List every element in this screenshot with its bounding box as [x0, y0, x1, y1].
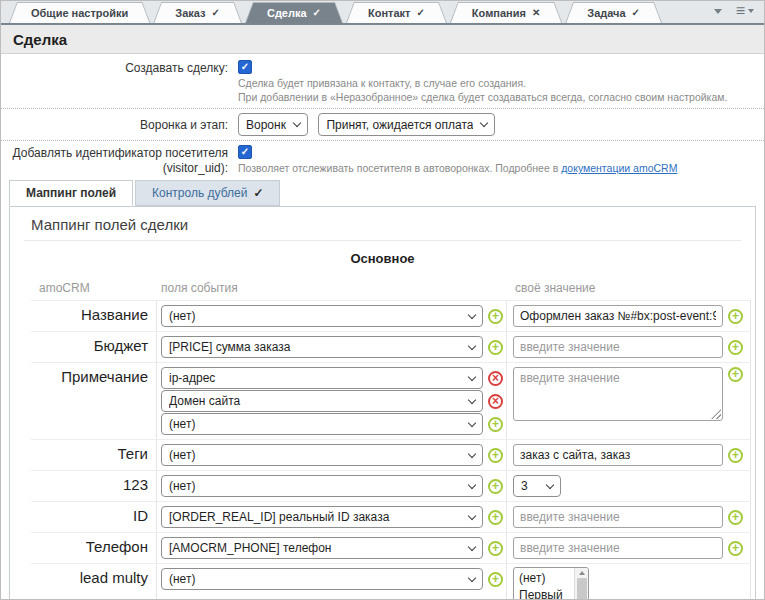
- funnel-stage-row: Воронка и этап: Воронка Принят, ожидаетс…: [1, 113, 764, 136]
- event-field-select[interactable]: (нет): [161, 444, 483, 466]
- tab-label: Компания: [472, 7, 526, 19]
- table-row: Телефон [AMOCRM_PHONE] телефон + +: [31, 532, 751, 563]
- chevron-down-icon: [468, 341, 476, 349]
- add-icon[interactable]: +: [728, 367, 743, 382]
- visitor-uid-checkbox[interactable]: ✓: [238, 145, 252, 159]
- check-icon: ✓: [253, 186, 263, 200]
- event-field-select[interactable]: [AMOCRM_PHONE] телефон: [161, 537, 483, 559]
- table-row: ID [ORDER_REAL_ID] реальный ID заказа + …: [31, 501, 751, 532]
- table-row: 123 (нет) + 3: [31, 470, 751, 501]
- custom-value-input[interactable]: [513, 506, 723, 528]
- custom-value-multiselect[interactable]: (нет) Первый Второй Третий: [513, 567, 589, 600]
- remove-icon[interactable]: ×: [488, 371, 503, 386]
- divider: [1, 140, 764, 141]
- event-field-select[interactable]: (нет): [161, 568, 483, 590]
- check-icon: ✓: [416, 7, 424, 18]
- tab-company[interactable]: Компания ✕: [450, 2, 562, 23]
- stage-select[interactable]: Принят, ожидается оплата: [318, 113, 495, 136]
- table-row: Название (нет) + +: [31, 300, 751, 331]
- mapping-table: amoCRM поля события своё значение Назван…: [31, 276, 751, 600]
- check-icon: ✓: [313, 7, 321, 18]
- field-name-label: ID: [31, 502, 157, 532]
- tab-duplicate-control[interactable]: Контроль дублей ✓: [135, 180, 280, 206]
- check-icon: ✓: [632, 7, 640, 18]
- column-header-custom-value: своё значение: [507, 276, 751, 300]
- column-header-amocrm: amoCRM: [31, 276, 157, 300]
- tab-label: Сделка: [267, 7, 307, 19]
- visitor-uid-label: Добавлять идентификатор посетителя (visi…: [1, 145, 238, 176]
- custom-value-textarea[interactable]: [513, 367, 723, 421]
- event-field-select[interactable]: (нет): [161, 413, 483, 435]
- funnel-select[interactable]: Воронка: [238, 113, 308, 136]
- tab-general-settings[interactable]: Общие настройки: [9, 2, 150, 23]
- settings-page: Общие настройки Заказ ✓ Сделка ✓ Контакт…: [0, 0, 765, 600]
- add-icon[interactable]: +: [728, 340, 743, 355]
- tab-contact[interactable]: Контакт ✓: [346, 2, 447, 23]
- event-field-select[interactable]: [ORDER_REAL_ID] реальный ID заказа: [161, 506, 483, 528]
- field-name-label: Название: [31, 301, 157, 331]
- event-field-select[interactable]: (нет): [161, 305, 483, 327]
- mapping-title: Маппинг полей сделки: [10, 207, 755, 240]
- custom-value-select[interactable]: 3: [513, 475, 561, 497]
- add-icon[interactable]: +: [488, 448, 503, 463]
- chevron-down-icon: [468, 511, 476, 519]
- create-deal-help-1: Сделка будет привязана к контакту, в слу…: [238, 77, 764, 90]
- add-icon[interactable]: +: [488, 417, 503, 432]
- table-header-row: amoCRM поля события своё значение: [31, 276, 751, 300]
- chevron-down-icon[interactable]: [714, 9, 722, 14]
- check-icon: ✓: [212, 7, 220, 18]
- multiselect-option[interactable]: Первый: [514, 587, 574, 600]
- cross-icon: ✕: [532, 7, 540, 18]
- custom-value-input[interactable]: [513, 305, 723, 327]
- funnel-select-value: Воронка: [246, 118, 286, 132]
- event-field-select[interactable]: [PRICE] сумма заказа: [161, 336, 483, 358]
- add-icon[interactable]: +: [728, 309, 743, 324]
- field-name-label: 123: [31, 471, 157, 501]
- field-name-label: Примечание: [31, 363, 157, 439]
- custom-value-input[interactable]: [513, 444, 723, 466]
- amocrm-docs-link[interactable]: документации amoCRM: [561, 162, 677, 174]
- event-field-select[interactable]: (нет): [161, 475, 483, 497]
- menu-button[interactable]: ≡: [736, 4, 754, 18]
- chevron-down-icon: [468, 573, 476, 581]
- tab-field-mapping[interactable]: Маппинг полей: [9, 180, 133, 206]
- add-icon[interactable]: +: [728, 541, 743, 556]
- add-icon[interactable]: +: [488, 309, 503, 324]
- multiselect-option[interactable]: (нет): [514, 570, 574, 587]
- event-field-select[interactable]: ip-адрес: [161, 367, 483, 389]
- check-icon: ✓: [241, 62, 249, 72]
- add-icon[interactable]: +: [728, 448, 743, 463]
- tab-task[interactable]: Задача ✓: [565, 2, 662, 23]
- custom-value-input[interactable]: [513, 537, 723, 559]
- scrollbar[interactable]: [574, 568, 588, 600]
- tab-label: Маппинг полей: [26, 186, 116, 200]
- chevron-down-icon: [293, 119, 301, 127]
- tab-label: Общие настройки: [31, 7, 128, 19]
- add-icon[interactable]: +: [488, 541, 503, 556]
- funnel-stage-label: Воронка и этап:: [1, 113, 238, 136]
- field-name-label: Бюджет: [31, 332, 157, 362]
- chevron-down-icon: [468, 372, 476, 380]
- tab-deal[interactable]: Сделка ✓: [245, 2, 343, 23]
- add-icon[interactable]: +: [728, 510, 743, 525]
- chevron-down-icon: [468, 310, 476, 318]
- add-icon[interactable]: +: [488, 510, 503, 525]
- add-icon[interactable]: +: [488, 479, 503, 494]
- custom-value-input[interactable]: [513, 336, 723, 358]
- mapping-tab-bar: Маппинг полей Контроль дублей ✓: [9, 180, 764, 206]
- create-deal-checkbox[interactable]: ✓: [238, 60, 252, 74]
- scrollbar-thumb[interactable]: [577, 578, 587, 600]
- scroll-up-icon[interactable]: [579, 571, 585, 575]
- add-icon[interactable]: +: [488, 340, 503, 355]
- chevron-down-icon: [468, 542, 476, 550]
- add-icon[interactable]: +: [488, 572, 503, 587]
- section-title: Основное: [10, 241, 755, 276]
- table-row: Примечание ip-адрес × Домен сайта: [31, 362, 751, 439]
- tab-label: Задача: [587, 7, 625, 19]
- chevron-down-icon: [546, 480, 554, 488]
- tab-order[interactable]: Заказ ✓: [153, 2, 242, 23]
- check-icon: ✓: [241, 147, 249, 157]
- event-field-select[interactable]: Домен сайта: [161, 390, 483, 412]
- remove-icon[interactable]: ×: [488, 394, 503, 409]
- divider: [1, 108, 764, 109]
